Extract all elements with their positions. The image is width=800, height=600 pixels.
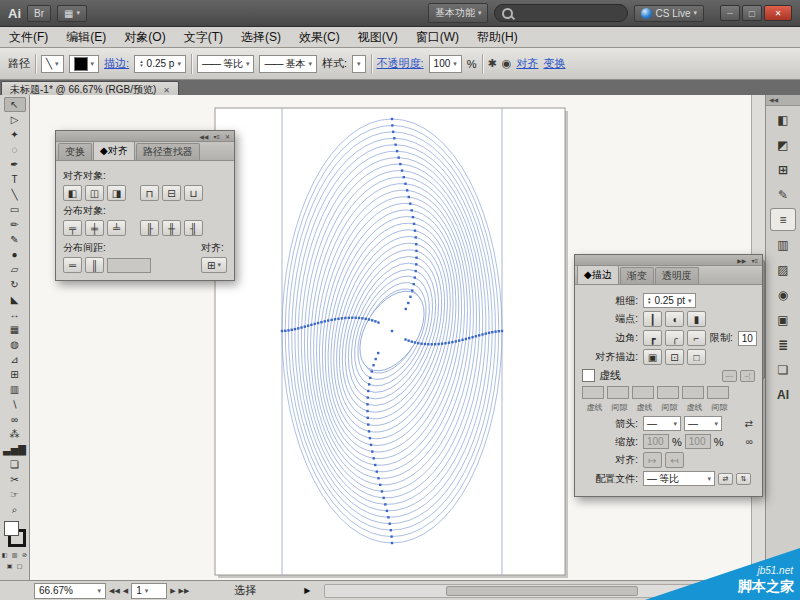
layers-panel-icon[interactable]: ≣ [770,333,796,356]
round-join-button[interactable]: ╭ [665,330,684,346]
extend-arrow-tip-button[interactable]: ↦ [643,452,662,468]
pencil-tool[interactable]: ✎ [4,232,26,247]
width-profile-dropdown[interactable]: ——等比▾ [197,55,255,73]
profile-dropdown[interactable]: —等比▾ [643,471,715,486]
zoom-tool[interactable]: ⌕ [4,502,26,517]
align-stroke-inside-button[interactable]: ⊡ [665,349,684,365]
status-menu-icon[interactable]: ▶ [304,586,310,595]
close-document-icon[interactable]: ✕ [163,86,170,95]
next-artboard-button[interactable]: ▶ [170,587,175,595]
blob-brush-tool[interactable]: ● [4,247,26,262]
brush-definition-dropdown[interactable]: ——基本▾ [259,55,317,73]
last-artboard-button[interactable]: ▶▶ [179,587,190,595]
collapse-panel-icon[interactable]: ▶▶ [737,257,746,264]
projecting-cap-button[interactable]: ▮ [687,311,706,327]
horizontal-distribute-space-button[interactable]: ║ [85,257,104,273]
eyedropper-tool[interactable]: ∖ [4,397,26,412]
zoom-level-dropdown[interactable]: 66.67%▾ [34,583,106,599]
gap-3-input[interactable] [707,386,729,399]
opacity-link[interactable]: 不透明度: [377,56,424,71]
vertical-align-top-button[interactable]: ⊓ [140,185,159,201]
stepper-icon[interactable]: ▲▼ [647,297,651,305]
stroke-panel-link[interactable]: 描边: [104,56,129,71]
fill-color-dropdown[interactable]: ▾ [69,55,100,73]
preserve-dash-button[interactable]: –– [722,370,737,382]
none-button[interactable]: ⊘ [21,550,29,558]
tab-pathfinder[interactable]: 路径查找器 [136,143,200,160]
draw-normal-button[interactable]: ▣ [6,561,14,569]
hand-tool[interactable]: ☞ [4,487,26,502]
stepper-down-icon[interactable]: ▼ [139,64,143,68]
align-to-dropdown[interactable]: ⊞▾ [201,257,227,273]
tab-transparency[interactable]: 透明度 [655,267,699,284]
spacing-value-input[interactable] [107,258,151,273]
fill-stroke-control[interactable] [4,521,26,547]
appearance-panel-icon[interactable]: ◉ [770,283,796,306]
fill-swatch[interactable] [4,521,19,536]
scale-tool[interactable]: ◣ [4,292,26,307]
expand-dock-icon[interactable]: ◀◀ [769,97,778,103]
color-button[interactable]: ◧ [1,550,9,558]
slice-tool[interactable]: ✂ [4,472,26,487]
align-dash-button[interactable]: –¦ [740,370,755,382]
artboard-number-dropdown[interactable]: 1▾ [131,583,167,599]
width-tool[interactable]: ↔ [4,307,26,322]
opacity-dropdown[interactable]: 100▾ [429,55,462,73]
rectangle-tool[interactable]: ▭ [4,202,26,217]
recolor-artwork-icon[interactable]: ✱ [488,57,497,70]
illustrator-ai-icon[interactable]: AI [770,383,796,406]
close-panel-icon[interactable]: ✕ [225,133,230,140]
gap-1-input[interactable] [607,386,629,399]
horizontal-distribute-right-button[interactable]: ╢ [184,220,203,236]
color-panel-icon[interactable]: ◧ [770,108,796,131]
align-stroke-outside-button[interactable]: □ [687,349,706,365]
dash-3-input[interactable] [682,386,704,399]
brushes-panel-icon[interactable]: ✎ [770,183,796,206]
arrow-scale-start-input[interactable]: 100 [643,434,669,449]
column-graph-tool[interactable]: ▃▅▇ [4,442,26,457]
launch-bridge-button[interactable]: Br [27,5,51,22]
menu-type[interactable]: 文字(T) [175,27,232,47]
workspace-switcher[interactable]: 基本功能▾ [428,3,489,23]
selection-tool[interactable]: ↖ [4,97,26,112]
menu-object[interactable]: 对象(O) [115,27,174,47]
stepper-icon[interactable]: ▲▼ [139,60,143,68]
close-button[interactable]: ✕ [764,5,792,21]
gradient-panel-icon[interactable]: ▥ [770,233,796,256]
line-segment-tool[interactable]: ╲ [4,187,26,202]
document-setup-icon[interactable]: ◉ [502,57,512,70]
artboards-panel-icon[interactable]: ❏ [770,358,796,381]
search-input[interactable] [518,7,620,20]
gradient-tool[interactable]: ▥ [4,382,26,397]
horizontal-align-right-button[interactable]: ◨ [107,185,126,201]
arrow-end-dropdown[interactable]: —▾ [684,416,722,431]
horizontal-align-left-button[interactable]: ◧ [63,185,82,201]
rotate-tool[interactable]: ↻ [4,277,26,292]
first-artboard-button[interactable]: ◀◀ [109,587,120,595]
transparency-panel-icon[interactable]: ▨ [770,258,796,281]
perspective-grid-tool[interactable]: ⊿ [4,352,26,367]
minimize-button[interactable]: ─ [720,5,740,21]
shape-builder-tool[interactable]: ◍ [4,337,26,352]
stroke-weight-combo[interactable]: ▲▼ 0.25 p ▾ [134,55,186,73]
menu-view[interactable]: 视图(V) [349,27,407,47]
tab-gradient[interactable]: 渐变 [620,267,654,284]
screen-mode-button[interactable]: ▢ [16,561,24,569]
previous-artboard-button[interactable]: ◀ [123,587,128,595]
swatches-panel-icon[interactable]: ⊞ [770,158,796,181]
gap-2-input[interactable] [657,386,679,399]
restore-button[interactable]: ▢ [742,5,762,21]
swap-arrowheads-icon[interactable]: ⇄ [743,418,755,429]
vertical-align-bottom-button[interactable]: ⊔ [184,185,203,201]
panel-menu-icon[interactable]: ▾≡ [213,133,220,140]
stroke-style-dropdown[interactable]: ╲▾ [41,55,64,73]
bevel-join-button[interactable]: ⌐ [687,330,706,346]
horizontal-scrollbar-thumb[interactable] [446,586,638,596]
align-panel-link[interactable]: 对齐 [516,56,538,71]
arrange-documents-button[interactable]: ▦▾ [57,5,87,22]
lasso-tool[interactable]: ◌ [4,142,26,157]
horizontal-distribute-center-button[interactable]: ╫ [162,220,181,236]
dashed-line-checkbox[interactable] [582,369,595,382]
vertical-distribute-bottom-button[interactable]: ╧ [107,220,126,236]
vertical-distribute-space-button[interactable]: ═ [63,257,82,273]
